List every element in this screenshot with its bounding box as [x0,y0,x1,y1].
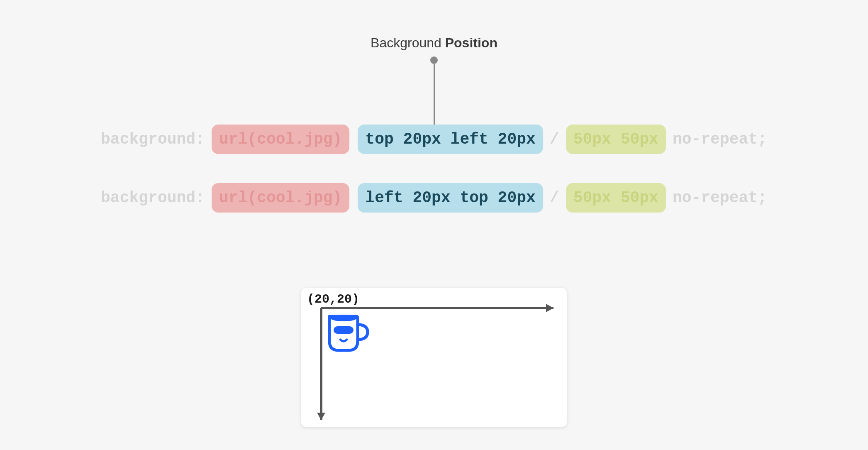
diagram-heading: Background Position [371,35,497,51]
bg-repeat-text: no-repeat; [670,189,770,207]
slash-separator: / [547,189,562,207]
mug-icon [322,309,371,358]
bg-repeat-text: no-repeat; [670,130,770,148]
bg-url-pill: url(cool.jpg) [212,125,349,154]
code-row: background: url(cool.jpg) top 20px left … [98,125,770,154]
svg-point-4 [330,315,357,321]
pointer-connector [430,56,438,130]
svg-marker-1 [546,304,553,312]
svg-rect-5 [334,326,354,334]
code-rows-container: background: url(cool.jpg) top 20px left … [98,125,770,213]
slash-separator: / [547,130,562,148]
bg-url-pill: url(cool.jpg) [212,183,349,213]
svg-marker-3 [317,413,325,420]
bg-position-pill: top 20px left 20px [358,125,543,154]
heading-prefix: Background [371,35,445,50]
pointer-stem [434,64,435,130]
bg-position-pill: left 20px top 20px [358,183,543,213]
pointer-dot [430,56,438,64]
heading-bold: Position [445,35,497,50]
preview-box: (20,20) [301,288,567,427]
css-property: background: [98,130,207,148]
code-row: background: url(cool.jpg) left 20px top … [98,183,770,213]
bg-size-pill: 50px 50px [566,125,666,154]
css-property: background: [98,189,207,207]
bg-size-pill: 50px 50px [566,183,666,213]
